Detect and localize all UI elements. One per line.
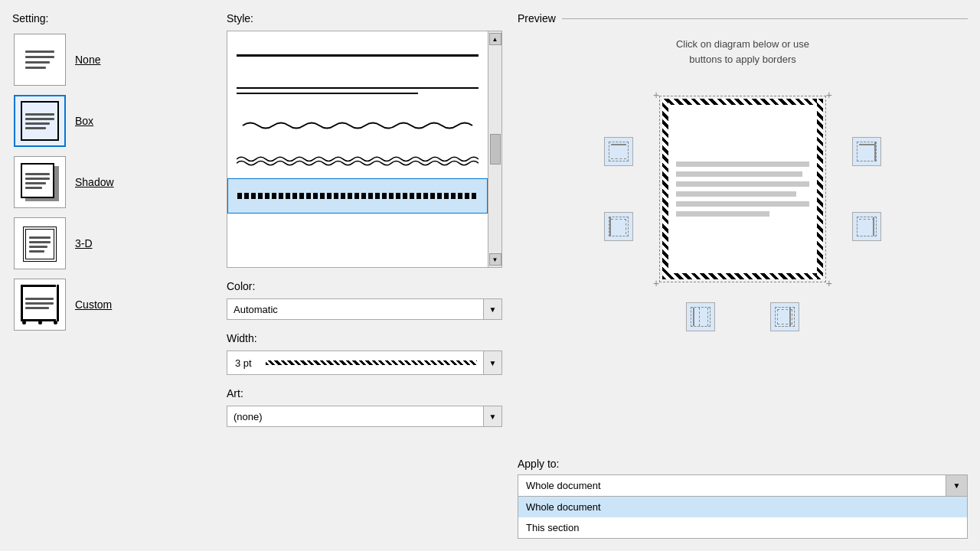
style-section: Style: [227,12,502,268]
border-btn-bottom-left[interactable] [604,212,633,241]
preview-doc[interactable] [662,99,823,279]
color-label: Color: [227,280,502,292]
width-section: Width: 3 pt ▼ [227,332,502,375]
preview-middle-row: + + + + [604,82,881,296]
scroll-thumb[interactable] [490,134,501,165]
setting-item-none[interactable]: None [12,32,211,87]
art-value: (none) [234,411,263,422]
scroll-up-arrow[interactable]: ▲ [489,33,501,45]
style-preview-double [237,87,479,94]
doc-line-6 [676,211,769,217]
doc-border-right [817,99,823,279]
color-dropdown-row: Automatic ▼ [227,298,502,320]
width-dropdown-btn[interactable]: ▼ [483,351,501,374]
style-preview-wave1 [237,120,479,131]
art-dropdown-select[interactable]: (none) [227,406,484,427]
border-btn-bottom-left-inner [609,217,629,236]
apply-to-dropdown-list: Whole document This section [518,497,968,539]
setting-label-3d: 3-D [75,237,93,249]
doc-line-2 [676,171,802,177]
doc-content [676,112,809,266]
style-preview-single [237,54,479,57]
bottom-guide-line [659,282,826,282]
setting-icon-3d [14,217,66,269]
corner-br: + [826,278,832,289]
art-dropdown-btn[interactable]: ▼ [484,406,502,427]
border-btn-bcl-inner [691,307,710,327]
border-btn-top-right[interactable] [852,137,881,166]
preview-instruction: Click on diagram below or usebuttons to … [518,37,968,67]
style-item-wave2[interactable] [227,143,488,178]
border-btn-bottom-right[interactable] [852,212,881,241]
style-item-single[interactable] [227,37,488,73]
preview-area: + + + + [518,82,968,445]
style-listbox[interactable]: ▲ ▼ [227,31,502,268]
setting-items-list: None Box [12,32,211,332]
width-dropdown[interactable]: 3 pt ▼ [227,350,502,375]
style-item-double[interactable] [227,73,488,108]
border-btn-top-left-inner [609,142,629,161]
preview-header: Preview [518,12,968,24]
apply-to-value: Whole document [518,475,946,496]
setting-label-custom: Custom [75,298,112,311]
style-label: Style: [227,12,502,24]
color-dropdown-btn[interactable]: ▼ [484,298,502,320]
style-item-dashed-heavy[interactable] [227,178,488,214]
color-section: Color: Automatic ▼ [227,280,502,320]
border-btn-bottom-center-left[interactable] [686,302,715,331]
doc-line-3 [676,181,809,187]
setting-label-none: None [75,54,100,66]
preview-document-container: + + + + [639,82,846,296]
color-dropdown-select[interactable]: Automatic [227,298,484,320]
doc-line-1 [676,161,809,167]
corner-bl: + [653,278,659,289]
apply-to-option-section[interactable]: This section [518,517,967,538]
width-label: Width: [227,332,502,344]
apply-to-dropdown-btn[interactable]: ▼ [946,475,967,496]
setting-item-shadow[interactable]: Shadow [12,155,211,210]
border-btn-bcr-inner [775,307,795,327]
style-preview-dashed-heavy [237,193,478,199]
border-btn-top-left[interactable] [604,137,633,166]
color-value: Automatic [234,304,278,315]
preview-divider [562,18,968,19]
art-label: Art: [227,387,502,399]
setting-icon-box [14,95,66,147]
apply-to-option-whole[interactable]: Whole document [518,497,967,517]
setting-item-custom[interactable]: Custom [12,277,211,332]
style-item-wave1[interactable] [227,108,488,143]
art-dropdown-row: (none) ▼ [227,406,502,427]
apply-to-dropdown[interactable]: Whole document ▼ [518,474,968,497]
apply-to-label: Apply to: [518,458,968,470]
border-btn-bottom-right-inner [857,217,877,236]
corner-tl: + [653,90,659,100]
style-preview-wave2 [237,154,479,168]
preview-panel: Preview Click on diagram below or usebut… [518,12,968,539]
setting-label-shadow: Shadow [75,176,114,188]
width-value: 3 pt [227,357,260,369]
apply-to-section: Apply to: Whole document ▼ Whole documen… [518,458,968,539]
style-panel: Style: [227,12,502,539]
preview-left-buttons [604,137,633,241]
doc-line-5 [676,201,809,207]
art-section: Art: (none) ▼ [227,387,502,427]
doc-border-left [662,99,668,279]
preview-bottom-buttons [658,302,827,331]
setting-item-box[interactable]: Box [12,93,211,148]
setting-panel: Setting: None [12,12,211,539]
setting-item-3d[interactable]: 3-D [12,216,211,271]
setting-label-box: Box [75,115,93,127]
right-guide-line [825,96,826,282]
doc-border-top [662,99,823,105]
doc-line-4 [676,191,796,197]
top-guide-line [659,96,826,96]
corner-tr: + [826,90,832,100]
setting-icon-shadow [14,156,66,208]
border-btn-bottom-center-right[interactable] [770,302,799,331]
preview-title: Preview [518,12,556,24]
width-preview-line [266,360,477,365]
style-scrollbar[interactable]: ▲ ▼ [488,31,501,267]
setting-label: Setting: [12,12,211,24]
style-list-content [227,31,488,267]
scroll-down-arrow[interactable]: ▼ [489,253,501,266]
